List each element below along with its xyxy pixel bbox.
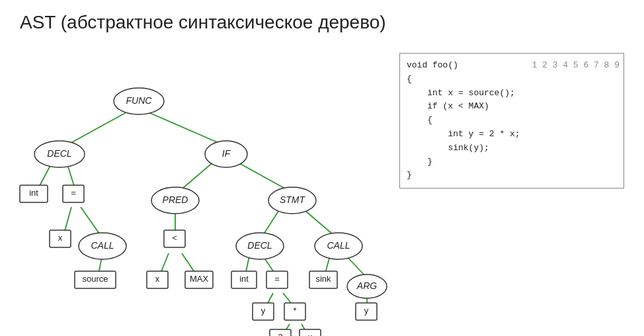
eq1-node: = [71,188,76,198]
page-title: AST (абстрактное синтаксическое дерево) [0,0,644,33]
y2-node: y [364,306,369,315]
int1-node: int [29,188,38,198]
call2-node: CALL [327,240,350,251]
pred-node: PRED [163,194,188,205]
code-panel: void foo() { int x = source(); if (x < M… [399,53,624,189]
svg-line-8 [235,161,291,192]
svg-line-7 [179,161,215,192]
stmt-node: STMT [280,194,306,205]
call1-node: CALL [91,240,114,251]
sink-node: sink [315,274,331,284]
int2-node: int [239,274,249,284]
line-numbers: 1 2 3 4 5 6 7 8 9 [529,54,624,188]
y1-node: y [261,306,266,315]
two-node: 2 [278,332,282,336]
if-node: IF [222,148,231,159]
lt-node: < [172,233,177,243]
source-node: source [82,274,108,284]
x3-node: x [308,332,313,336]
svg-line-0 [66,109,132,146]
decl2-node: DECL [247,240,272,251]
x2-node: x [155,274,160,284]
code-text: void foo() { int x = source(); if (x < M… [400,54,529,188]
decl1-node: DECL [47,148,71,159]
star-node: * [293,306,296,315]
x1-node: x [58,233,63,243]
eq2-node: = [274,274,280,284]
func-node: FUNC [126,95,153,106]
ast-diagram: FUNC DECL IF int = PRED STMT x CALL sour… [0,43,410,336]
max-node: MAX [190,274,209,284]
svg-line-1 [145,111,225,146]
arg-node: ARG [356,280,377,291]
